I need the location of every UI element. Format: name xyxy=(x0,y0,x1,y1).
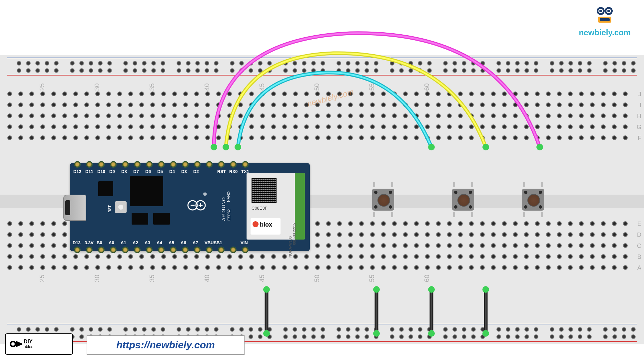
model-esp32-text: ESP32 xyxy=(227,209,231,221)
breadboard-hole xyxy=(524,232,529,237)
breadboard-hole xyxy=(89,68,93,73)
breadboard-hole xyxy=(502,243,507,248)
breadboard-hole xyxy=(502,102,507,107)
breadboard-hole xyxy=(128,124,133,129)
breadboard-hole xyxy=(436,124,441,129)
breadboard-hole xyxy=(267,334,272,339)
breadboard-hole xyxy=(557,124,562,129)
breadboard-hole xyxy=(535,221,540,226)
breadboard-hole xyxy=(227,113,232,118)
breadboard-hole xyxy=(443,61,448,66)
breadboard-hole xyxy=(418,68,422,73)
breadboard-hole xyxy=(161,265,166,270)
breadboard-hole xyxy=(427,327,432,332)
pin-label-A1: A1 xyxy=(121,240,126,245)
breadboard-hole xyxy=(282,91,287,96)
breadboard-hole xyxy=(414,91,419,96)
breadboard-hole xyxy=(502,113,507,118)
breadboard-hole xyxy=(62,254,67,259)
breadboard-hole xyxy=(578,68,582,73)
breadboard-hole xyxy=(315,254,320,259)
breadboard-hole xyxy=(194,135,199,140)
breadboard-hole xyxy=(452,61,457,66)
breadboard-hole xyxy=(311,334,316,339)
breadboard-hole xyxy=(346,334,350,339)
breadboard-hole xyxy=(480,327,485,332)
breadboard-hole xyxy=(51,221,56,226)
breadboard-hole xyxy=(370,113,375,118)
breadboard-hole xyxy=(480,243,485,248)
breadboard-hole xyxy=(128,254,133,259)
breadboard-hole xyxy=(128,265,133,270)
breadboard-hole xyxy=(258,334,263,339)
breadboard-hole xyxy=(195,61,200,66)
breadboard-hole xyxy=(480,68,485,73)
breadboard-hole xyxy=(534,334,538,339)
breadboard-hole xyxy=(117,254,122,259)
breadboard-hole xyxy=(471,61,476,66)
breadboard-hole xyxy=(326,221,331,226)
breadboard-hole xyxy=(70,327,75,332)
breadboard-hole xyxy=(370,91,375,96)
breadboard-hole xyxy=(462,327,466,332)
breadboard-hole xyxy=(355,327,360,332)
breadboard-hole xyxy=(40,124,45,129)
breadboard-hole xyxy=(89,61,93,66)
breadboard-hole xyxy=(35,327,40,332)
breadboard-hole xyxy=(260,113,265,118)
breadboard-hole xyxy=(239,61,244,66)
breadboard-hole xyxy=(326,243,331,248)
breadboard-hole xyxy=(480,102,485,107)
breadboard-hole xyxy=(427,334,432,339)
breadboard-hole xyxy=(293,135,298,140)
svg-point-32 xyxy=(11,342,15,346)
row-label: H xyxy=(637,113,641,120)
breadboard-hole xyxy=(496,68,501,73)
breadboard-hole xyxy=(205,254,210,259)
breadboard-hole xyxy=(491,135,496,140)
col-label: 60 xyxy=(423,274,431,282)
breadboard-hole xyxy=(447,113,452,118)
breadboard-hole xyxy=(491,265,496,270)
col-label: 35 xyxy=(148,83,156,90)
breadboard-hole xyxy=(496,334,501,339)
breadboard-hole xyxy=(403,265,408,270)
breadboard-hole xyxy=(601,254,606,259)
breadboard-hole xyxy=(271,102,276,107)
breadboard-hole xyxy=(568,68,573,73)
row-label: E xyxy=(637,221,641,228)
breadboard-hole xyxy=(612,265,617,270)
breadboard-hole xyxy=(622,327,626,332)
breadboard-hole xyxy=(436,91,441,96)
breadboard-hole xyxy=(29,135,34,140)
breadboard-hole xyxy=(260,124,265,129)
arduino-logo-icon xyxy=(187,198,207,211)
breadboard-hole xyxy=(73,91,78,96)
breadboard-hole xyxy=(7,124,12,129)
breadboard-hole xyxy=(557,135,562,140)
breadboard-hole xyxy=(436,254,441,259)
breadboard-hole xyxy=(238,102,243,107)
breadboard-hole xyxy=(524,221,529,226)
breadboard-hole xyxy=(194,113,199,118)
breadboard-hole xyxy=(84,265,89,270)
breadboard-hole xyxy=(321,61,325,66)
breadboard-hole xyxy=(161,102,166,107)
breadboard-hole xyxy=(17,68,21,73)
logo-text: newbiely.com xyxy=(579,28,631,37)
breadboard-hole xyxy=(315,135,320,140)
breadboard-hole xyxy=(399,61,404,66)
breadboard-hole xyxy=(304,124,309,129)
breadboard-hole xyxy=(216,124,221,129)
breadboard-hole xyxy=(282,113,287,118)
breadboard-hole xyxy=(18,243,23,248)
breadboard-hole xyxy=(491,243,496,248)
breadboard-hole xyxy=(390,68,394,73)
pin-header xyxy=(218,161,225,168)
breadboard-hole xyxy=(550,334,554,339)
breadboard-hole xyxy=(150,265,155,270)
breadboard-hole xyxy=(568,232,573,237)
breadboard-hole xyxy=(436,102,441,107)
breadboard-hole xyxy=(172,265,177,270)
breadboard-hole xyxy=(579,135,584,140)
